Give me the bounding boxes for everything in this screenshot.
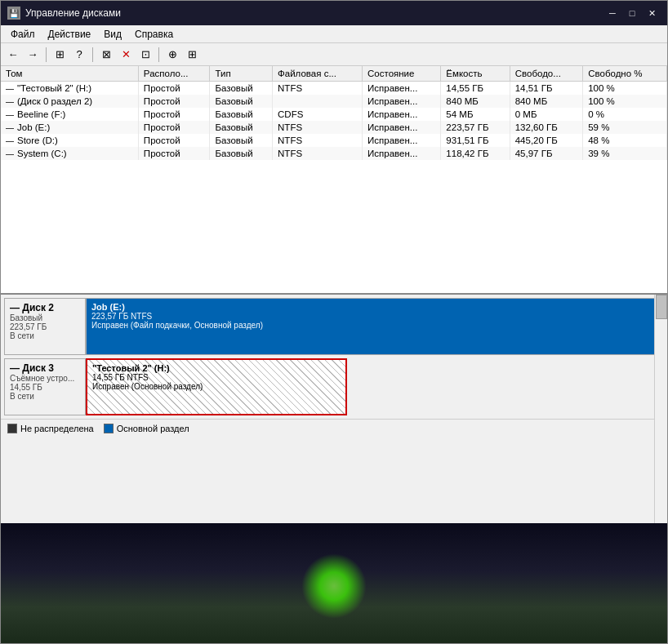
disk2-label: — Диск 2 Базовый 223,57 ГБ В сети bbox=[4, 298, 86, 355]
toolbar-btn-grid[interactable]: ⊞ bbox=[51, 46, 69, 64]
back-button[interactable]: ← bbox=[4, 46, 22, 64]
disk3-partition-test[interactable]: "Тестовый 2" (H:) 14,55 ГБ NTFS Исправен… bbox=[86, 358, 347, 415]
table-cell: Исправен... bbox=[363, 121, 441, 134]
legend-unallocated-box bbox=[7, 424, 17, 433]
table-cell: Исправен... bbox=[363, 147, 441, 160]
disk3-type: Съёмное устро... bbox=[10, 374, 80, 383]
col-free-pct[interactable]: Свободно % bbox=[583, 66, 667, 82]
table-row[interactable]: —Beeline (F:)ПростойБазовыйCDFSИсправен.… bbox=[1, 108, 667, 121]
disk-table: Том Располо... Тип Файловая с... Состоян… bbox=[1, 66, 667, 160]
menu-file[interactable]: Файл bbox=[4, 27, 42, 41]
toolbar-separator-3 bbox=[158, 47, 159, 62]
scrollbar-track[interactable] bbox=[654, 295, 667, 523]
disk2-part-name: Job (E:) bbox=[91, 302, 658, 312]
toolbar-btn-box[interactable]: ⊡ bbox=[136, 46, 154, 64]
table-cell: 118,42 ГБ bbox=[441, 147, 510, 160]
table-cell: CDFS bbox=[273, 108, 363, 121]
table-cell: Простой bbox=[138, 95, 210, 108]
col-fs[interactable]: Файловая с... bbox=[273, 66, 363, 82]
maximize-button[interactable]: □ bbox=[623, 6, 641, 20]
table-cell: 840 МБ bbox=[510, 95, 583, 108]
table-cell: Исправен... bbox=[363, 82, 441, 95]
table-cell: 14,55 ГБ bbox=[441, 82, 510, 95]
table-cell: Простой bbox=[138, 147, 210, 160]
cityscape-area bbox=[1, 523, 667, 643]
table-cell: Простой bbox=[138, 134, 210, 147]
toolbar-btn-help[interactable]: ? bbox=[70, 46, 88, 64]
toolbar-btn-delete[interactable]: ✕ bbox=[117, 46, 135, 64]
legend-primary-box bbox=[104, 424, 114, 433]
table-cell: —(Диск 0 раздел 2) bbox=[1, 95, 138, 108]
table-cell bbox=[273, 95, 363, 108]
disk2-type: Базовый bbox=[10, 313, 80, 322]
table-row[interactable]: —Job (E:)ПростойБазовыйNTFSИсправен...22… bbox=[1, 121, 667, 134]
disk2-partition-job[interactable]: Job (E:) 223,57 ГБ NTFS Исправен (Файл п… bbox=[86, 298, 664, 355]
table-cell: 100 % bbox=[583, 95, 667, 108]
window-icon: 💾 bbox=[7, 7, 20, 20]
table-cell: Базовый bbox=[210, 108, 273, 121]
table-cell: Исправен... bbox=[363, 95, 441, 108]
table-cell: 223,57 ГБ bbox=[441, 121, 510, 134]
disk2-name: — Диск 2 bbox=[10, 302, 80, 313]
menu-view[interactable]: Вид bbox=[97, 27, 128, 41]
table-cell: Базовый bbox=[210, 95, 273, 108]
close-button[interactable]: ✕ bbox=[643, 6, 661, 20]
col-rasp[interactable]: Располо... bbox=[138, 66, 210, 82]
table-cell: 445,20 ГБ bbox=[510, 134, 583, 147]
scrollbar-thumb[interactable] bbox=[656, 295, 667, 319]
table-cell: Простой bbox=[138, 82, 210, 95]
table-row[interactable]: —"Тестовый 2" (H:)ПростойБазовыйNTFSИспр… bbox=[1, 82, 667, 95]
disk-table-area: Том Располо... Тип Файловая с... Состоян… bbox=[1, 66, 667, 295]
col-free[interactable]: Свободо... bbox=[510, 66, 583, 82]
table-cell: 45,97 ГБ bbox=[510, 147, 583, 160]
table-cell: Простой bbox=[138, 108, 210, 121]
table-cell: 132,60 ГБ bbox=[510, 121, 583, 134]
table-cell: NTFS bbox=[273, 121, 363, 134]
disk2-part-info1: 223,57 ГБ NTFS bbox=[91, 312, 658, 321]
toolbar-btn-add[interactable]: ⊕ bbox=[163, 46, 181, 64]
menu-bar: Файл Действие Вид Справка bbox=[1, 25, 667, 43]
table-cell: NTFS bbox=[273, 134, 363, 147]
disk3-status: В сети bbox=[10, 392, 80, 401]
menu-action[interactable]: Действие bbox=[42, 27, 98, 41]
forward-button[interactable]: → bbox=[24, 46, 42, 64]
menu-help[interactable]: Справка bbox=[128, 27, 180, 41]
table-cell: —Beeline (F:) bbox=[1, 108, 138, 121]
table-cell: —System (C:) bbox=[1, 147, 138, 160]
title-bar: 💾 Управление дисками ─ □ ✕ bbox=[1, 1, 667, 25]
col-state[interactable]: Состояние bbox=[363, 66, 441, 82]
toolbar: ← → ⊞ ? ⊠ ✕ ⊡ ⊕ ⊞ bbox=[1, 43, 667, 66]
legend-unallocated-label: Не распределена bbox=[20, 424, 94, 433]
legend-unallocated: Не распределена bbox=[7, 424, 94, 433]
disk3-size: 14,55 ГБ bbox=[10, 383, 80, 392]
toolbar-btn-square[interactable]: ⊠ bbox=[97, 46, 115, 64]
table-cell: Базовый bbox=[210, 121, 273, 134]
col-capacity[interactable]: Ёмкость bbox=[441, 66, 510, 82]
table-cell: NTFS bbox=[273, 82, 363, 95]
table-cell: 14,51 ГБ bbox=[510, 82, 583, 95]
table-row[interactable]: —Store (D:)ПростойБазовыйNTFSИсправен...… bbox=[1, 134, 667, 147]
disk2-row: — Диск 2 Базовый 223,57 ГБ В сети Job (E… bbox=[4, 298, 664, 355]
table-row[interactable]: —(Диск 0 раздел 2)ПростойБазовыйИсправен… bbox=[1, 95, 667, 108]
title-bar-buttons: ─ □ ✕ bbox=[603, 6, 661, 20]
table-cell: Базовый bbox=[210, 147, 273, 160]
table-row[interactable]: —System (C:)ПростойБазовыйNTFSИсправен..… bbox=[1, 147, 667, 160]
disk2-partitions: Job (E:) 223,57 ГБ NTFS Исправен (Файл п… bbox=[86, 298, 664, 355]
table-cell: 39 % bbox=[583, 147, 667, 160]
main-window: 💾 Управление дисками ─ □ ✕ Файл Действие… bbox=[0, 0, 668, 644]
table-cell: Исправен... bbox=[363, 134, 441, 147]
disk3-label: — Диск 3 Съёмное устро... 14,55 ГБ В сет… bbox=[4, 358, 86, 415]
disk2-part-info2: Исправен (Файл подкачки, Основной раздел… bbox=[91, 321, 658, 330]
cityscape-glow bbox=[301, 553, 367, 619]
table-cell: 100 % bbox=[583, 82, 667, 95]
minimize-button[interactable]: ─ bbox=[603, 6, 621, 20]
disk3-row: — Диск 3 Съёмное устро... 14,55 ГБ В сет… bbox=[4, 358, 664, 415]
table-cell: Базовый bbox=[210, 82, 273, 95]
table-cell: 54 МБ bbox=[441, 108, 510, 121]
disk3-part-name: "Тестовый 2" (H:) bbox=[92, 363, 341, 373]
col-tom[interactable]: Том bbox=[1, 66, 138, 82]
legend-primary-label: Основной раздел bbox=[117, 424, 189, 433]
disk3-partitions: "Тестовый 2" (H:) 14,55 ГБ NTFS Исправен… bbox=[86, 358, 664, 415]
toolbar-btn-grid2[interactable]: ⊞ bbox=[183, 46, 201, 64]
col-tip[interactable]: Тип bbox=[210, 66, 273, 82]
